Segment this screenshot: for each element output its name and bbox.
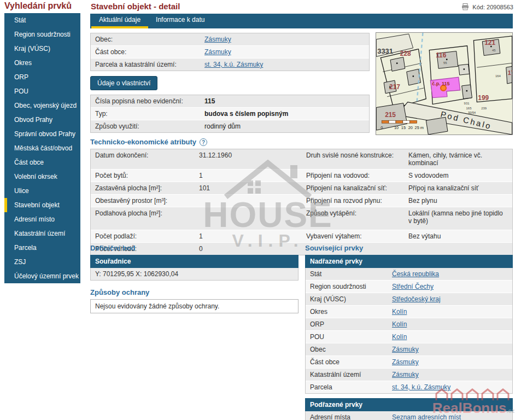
sidebar-item-obec-vojensky-ujezd[interactable]: Obec, vojenský újezd — [4, 98, 80, 113]
table-row: Katastrální území Zásmuky — [306, 369, 512, 381]
sidebar-item-okres[interactable]: Okres — [4, 56, 80, 70]
row-label: Počet podlaží: — [95, 232, 199, 240]
sidebar-item-kraj-vusc[interactable]: Kraj (VÚSC) — [4, 42, 80, 56]
map-label-45: 45 — [492, 49, 496, 52]
map-label-239: 239 — [481, 107, 487, 110]
sidebar-item-orp[interactable]: ORP — [4, 70, 80, 84]
sidebar-item-pou[interactable]: POU — [4, 84, 80, 98]
row-label: Připojení na rozvod plynu: — [306, 197, 408, 205]
parcela-link[interactable]: st. 34, k.ú. Zásmuky — [392, 383, 450, 391]
tech-attributes-section: Technicko-ekonomické atributy ? Datum do… — [90, 138, 513, 255]
row-label: Část obce: — [95, 48, 204, 56]
table-row: Podlahová plocha [m²]: Způsob vytápění: … — [91, 207, 512, 230]
map-label-217: 217 — [389, 83, 400, 91]
table-row: Část obce Zásmuky — [306, 356, 512, 369]
tab-informace-k-datu[interactable]: Informace k datu — [148, 14, 212, 28]
svg-text:10: 10 — [394, 125, 399, 130]
row-label: Datum dokončení: — [95, 151, 199, 159]
row-label: Typ: — [95, 110, 204, 118]
map-label-116: 116 — [436, 51, 447, 59]
sidebar-item-cast-obce[interactable]: Část obce — [4, 155, 80, 170]
object-code-label: Kód: 20908563 — [472, 4, 513, 10]
row-label: Vybavení výtahem: — [306, 232, 408, 240]
sidebar-item-katastralni-uzemi[interactable]: Katastrální území — [4, 226, 80, 241]
row-label: Region soudržnosti — [310, 283, 392, 290]
table-row: Obestavěný prostor [m³]: Připojení na ro… — [91, 195, 512, 207]
row-value: 115 — [204, 97, 365, 105]
stat-link[interactable]: Česká republika — [392, 270, 439, 278]
table-row: POU Kolín — [306, 331, 512, 343]
help-icon[interactable]: ? — [200, 138, 207, 146]
table-row: Adresní místa Seznam adresních míst — [306, 411, 512, 420]
row-value: budova s číslem popisným — [204, 110, 365, 118]
table-row: Datum dokončení: 31.12.1960 Druh svislé … — [91, 149, 512, 170]
row-label: Obestavěný prostor [m³]: — [95, 197, 199, 205]
table-row: Počet bytů: 1 Připojení na vodovod: S vo… — [91, 170, 512, 182]
table-row: Způsob využití: rodinný dům — [91, 120, 369, 132]
table-row: Část obce: Zásmuky — [91, 46, 369, 59]
parent-elements-table: Stát Česká republika Region soudržnosti … — [305, 268, 513, 394]
child-elements-header: Podřazené prvky — [305, 398, 513, 411]
adresni-mista-link[interactable]: Seznam adresních míst — [392, 413, 461, 420]
definition-point-section: Definiční bod Souřadnice Y: 701295,95 X:… — [90, 244, 298, 313]
row-label: Obec: — [95, 36, 204, 43]
object-info-panel: Obec: Zásmuky Část obce: Zásmuky Parcela… — [90, 33, 370, 133]
table-row: Parcela st. 34, k.ú. Zásmuky — [306, 381, 512, 393]
map-label-199: 199 — [478, 94, 489, 102]
orp-link[interactable]: Kolín — [392, 320, 407, 328]
svg-text:20: 20 — [408, 125, 413, 130]
table-row: Čísla popisná nebo evidenční: 115 — [91, 95, 369, 108]
tab-aktualni-udaje[interactable]: Aktuální údaje — [91, 14, 148, 28]
obec-link[interactable]: Zásmuky — [204, 36, 231, 43]
table-row: ORP Kolín — [306, 318, 512, 331]
row-label: Kraj (VÚSC) — [310, 295, 392, 303]
sidebar-item-obvod-prahy[interactable]: Obvod Prahy — [4, 113, 80, 127]
page-title: Stavební objekt - detail — [91, 2, 180, 11]
tech-section-title: Technicko-ekonomické atributy — [90, 138, 196, 146]
parent-elements-header: Nadřazené prvky — [305, 255, 513, 268]
map-label-55: 55 — [443, 61, 447, 65]
row-value: Přípoj na kanalizační síť — [408, 184, 508, 192]
sidebar-item-volebni-okrsek[interactable]: Volební okrsek — [4, 170, 80, 184]
sidebar-item-zsj[interactable]: ZSJ — [4, 255, 80, 269]
kraj-link[interactable]: Středočeský kraj — [392, 295, 441, 303]
parcela-link[interactable]: st. 34, k.ú. Zásmuky — [204, 61, 263, 68]
sidebar-item-stavebni-objekt[interactable]: Stavební objekt — [4, 198, 80, 212]
svg-text:15: 15 — [401, 125, 406, 130]
row-label: Druh svislé nosné konstrukce: — [306, 151, 408, 159]
printer-icon[interactable] — [461, 3, 469, 10]
sidebar-item-stat[interactable]: Stát — [4, 13, 80, 27]
row-value: S vodovodem — [408, 172, 508, 179]
row-value: Lokální (kamna nebo jiné topidlo v bytě) — [408, 209, 508, 225]
sidebar-item-adresni-misto[interactable]: Adresní místo — [4, 212, 80, 226]
row-value: 1 — [199, 172, 306, 179]
sidebar-item-ulice[interactable]: Ulice — [4, 184, 80, 198]
protection-text: Nejsou evidovány žádné způsoby ochrany. — [90, 299, 298, 313]
row-value: Bez plynu — [408, 197, 508, 205]
ownership-button[interactable]: Údaje o vlastnictví — [90, 76, 157, 90]
related-elements-section: Související prvky Nadřazené prvky Stát Č… — [305, 244, 513, 420]
sidebar-item-parcela[interactable]: Parcela — [4, 241, 80, 255]
row-label: ORP — [310, 320, 392, 328]
katastralni-uzemi-link[interactable]: Zásmuky — [392, 371, 419, 378]
row-value: Kámen, cihly, tvárnice vč. kombinací — [408, 151, 508, 167]
sidebar-item-ucelovy-uzemni-prvek[interactable]: Účelový územní prvek — [4, 269, 80, 283]
map-label-931: 931 — [464, 102, 470, 105]
sidebar-title: Vyhledání prvků — [4, 1, 72, 11]
map-label-17: 17 — [508, 69, 512, 76]
pou-link[interactable]: Kolín — [392, 333, 407, 341]
cadastral-map[interactable]: 3331 228 217 215 116 121 199 17 č.p. 115… — [376, 32, 513, 135]
row-label: Stát — [310, 270, 392, 278]
cast-obce-link[interactable]: Zásmuky — [204, 48, 231, 56]
sidebar-item-region-soudrznosti[interactable]: Region soudržnosti — [4, 27, 80, 42]
okres-link[interactable]: Kolín — [392, 308, 407, 316]
obec-link[interactable]: Zásmuky — [392, 346, 419, 353]
cast-obce-link[interactable]: Zásmuky — [392, 358, 419, 366]
map-label-228: 228 — [400, 50, 411, 57]
region-link[interactable]: Střední Čechy — [392, 283, 434, 290]
sidebar-item-spravni-obvod-prahy[interactable]: Správní obvod Prahy — [4, 127, 80, 141]
coordinates-header: Souřadnice — [90, 255, 298, 268]
row-value: Bez výtahu — [408, 232, 508, 240]
sidebar-item-mestska-cast-obvod[interactable]: Městská část/obvod — [4, 141, 80, 155]
map-label-3331: 3331 — [377, 47, 393, 55]
